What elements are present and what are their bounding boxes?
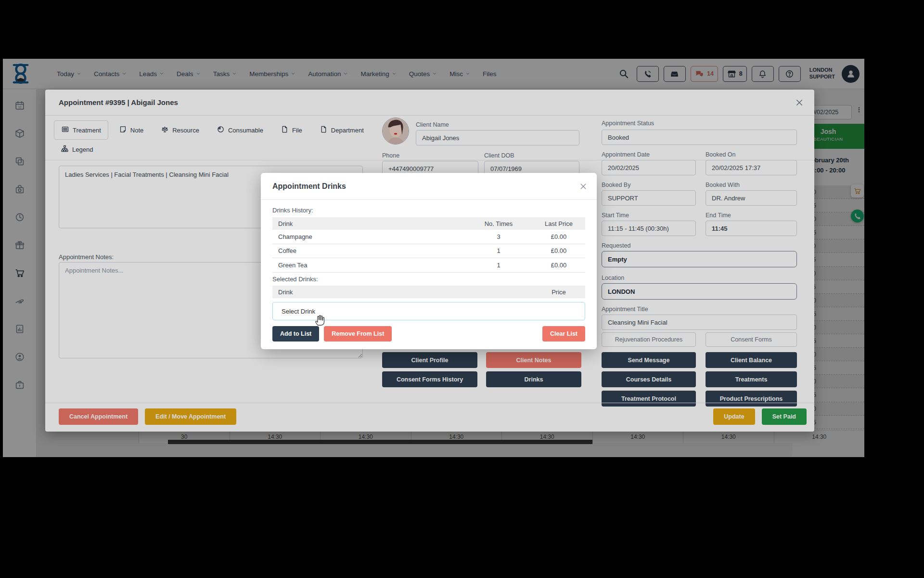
history-drink-name: Coffee	[272, 247, 465, 254]
col-no-times: No. Times	[465, 220, 532, 227]
history-drink-name: Champagne	[272, 233, 465, 240]
drinks-close-icon[interactable]	[579, 183, 587, 190]
button-spacer	[397, 326, 538, 342]
col-drink: Drink	[272, 220, 465, 227]
clear-list-button[interactable]: Clear List	[542, 326, 585, 342]
col-last-price: Last Price	[532, 220, 585, 227]
drinks-history-row: Coffee1£0.00	[272, 244, 585, 259]
drinks-history-table: Drink No. Times Last Price Champagne3£0.…	[272, 217, 585, 273]
drinks-modal-title: Appointment Drinks	[272, 182, 346, 191]
appointment-drinks-modal: Appointment Drinks Drinks History: Drink…	[261, 173, 597, 349]
selected-drinks-table: Drink Price	[272, 286, 585, 298]
app-screen: TodayContactsLeadsDealsTasksMembershipsA…	[3, 59, 864, 457]
history-last-price: £0.00	[532, 262, 585, 269]
history-no-times: 1	[465, 262, 532, 269]
selected-drinks-header-row: Drink Price	[272, 286, 585, 298]
history-drink-name: Green Tea	[272, 262, 465, 269]
remove-from-list-button[interactable]: Remove From List	[324, 326, 392, 342]
add-to-list-button[interactable]: Add to List	[272, 326, 319, 342]
history-last-price: £0.00	[532, 233, 585, 240]
drinks-history-label: Drinks History:	[272, 207, 313, 214]
drinks-modal-header: Appointment Drinks	[261, 173, 597, 200]
select-drink-placeholder: Select Drink	[282, 308, 315, 315]
hand-cursor-icon	[313, 313, 327, 327]
drinks-history-row: Champagne3£0.00	[272, 230, 585, 244]
history-no-times: 1	[465, 247, 532, 254]
history-no-times: 3	[465, 233, 532, 240]
history-last-price: £0.00	[532, 247, 585, 254]
drinks-history-row: Green Tea1£0.00	[272, 258, 585, 273]
selected-drinks-label: Selected Drinks:	[272, 276, 318, 283]
col-selected-drink: Drink	[272, 289, 532, 296]
col-selected-price: Price	[532, 289, 585, 296]
drinks-history-header-row: Drink No. Times Last Price	[272, 217, 585, 230]
